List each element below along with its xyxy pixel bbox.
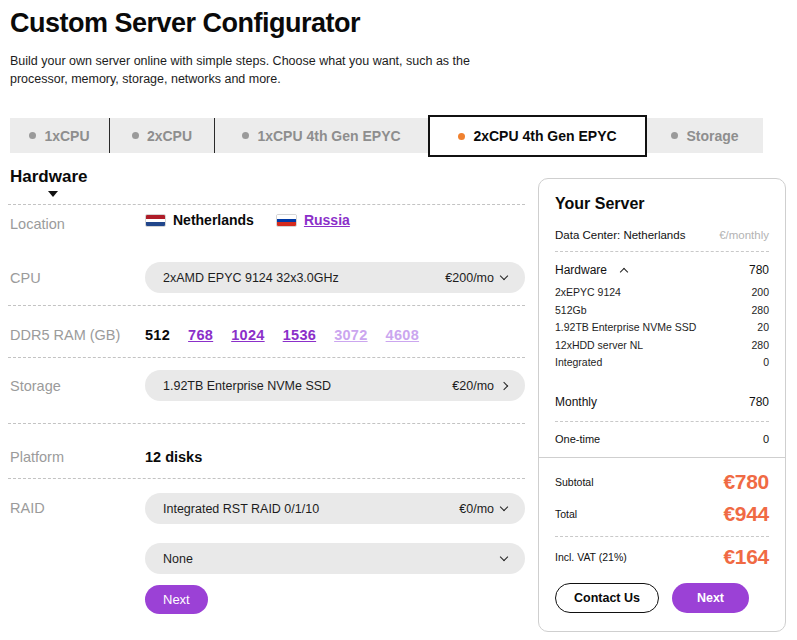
ram-option-4608[interactable]: 4608 [386,327,419,343]
hardware-config-panel: Hardware Location Netherlands Russia CPU… [8,165,525,630]
data-center-row: Data Center: Netherlands €/monthly [555,229,769,241]
divider [555,251,769,252]
item-label: 1.92TB Enterprise NVMe SSD [555,321,696,333]
divider [555,536,769,537]
summary-item-row: 12xHDD server NL 280 [555,339,769,351]
netherlands-flag-icon [145,214,166,227]
summary-item-row: 2xEPYC 9124 200 [555,286,769,298]
tab-bullet-icon [29,132,36,139]
item-value: 200 [751,286,769,298]
summary-next-button[interactable]: Next [672,583,749,613]
summary-item-row: 512Gb 280 [555,304,769,316]
tab-2xcpu-4th-gen-epyc-active[interactable]: 2xCPU 4th Gen EPYC [428,115,647,157]
tab-bullet-icon [132,132,139,139]
raid-dropdown[interactable]: Integrated RST RAID 0/1/10 €0/mo [145,493,525,524]
location-option-netherlands[interactable]: Netherlands [145,212,254,228]
item-value: 20 [757,321,769,333]
contact-us-button[interactable]: Contact Us [555,583,659,613]
one-time-value: 0 [763,433,769,445]
currency-label: €/monthly [719,229,769,241]
cpu-label: CPU [10,270,41,286]
summary-title: Your Server [555,195,769,213]
tab-label: 2xCPU [147,128,192,144]
one-time-row: One-time 0 [555,433,769,445]
chevron-down-icon [500,553,508,561]
chevron-down-icon [500,272,508,280]
vat-value: €164 [723,545,769,569]
hardware-group-total: 780 [749,263,769,277]
chevron-right-icon [500,381,508,389]
summary-item-row: 1.92TB Enterprise NVMe SSD 20 [555,321,769,333]
your-server-summary-card: Your Server Data Center: Netherlands €/m… [538,178,786,632]
raid-secondary-value: None [163,552,193,566]
tab-label: 1xCPU 4th Gen EPYC [257,128,400,144]
cpu-dropdown[interactable]: 2xAMD EPYC 9124 32x3.0GHz €200/mo [145,262,525,293]
total-value: €944 [723,502,769,526]
divider [8,204,525,205]
ram-option-1536[interactable]: 1536 [283,327,316,343]
tab-2xcpu[interactable]: 2xCPU [110,118,215,153]
tab-1xcpu-4th-gen-epyc[interactable]: 1xCPU 4th Gen EPYC [215,118,428,153]
tab-storage[interactable]: Storage [647,118,763,153]
item-label: 512Gb [555,304,587,316]
cpu-value: 2xAMD EPYC 9124 32x3.0GHz [163,271,339,285]
ram-option-512-selected[interactable]: 512 [145,327,170,343]
divider [8,423,525,424]
hardware-group-label: Hardware [555,263,607,277]
tab-bullet-icon [458,133,465,140]
chevron-down-icon [500,503,508,511]
collapse-triangle-icon[interactable] [48,191,58,197]
total-row: Total €944 [555,502,769,526]
storage-price: €20/mo [452,379,507,393]
location-options: Netherlands Russia [145,212,350,228]
ram-option-768[interactable]: 768 [188,327,213,343]
item-value: 280 [751,304,769,316]
tab-bullet-icon [671,132,678,139]
item-label: 2xEPYC 9124 [555,286,621,298]
data-center-value: Data Center: Netherlands [555,229,685,241]
divider [555,421,769,422]
tab-1xcpu[interactable]: 1xCPU [10,118,110,153]
location-option-russia[interactable]: Russia [276,212,350,228]
ram-options: 512 768 1024 1536 3072 4608 [145,327,419,343]
configurator-tabs: 1xCPU 2xCPU 1xCPU 4th Gen EPYC 2xCPU 4th… [10,118,763,153]
raid-price: €0/mo [459,502,507,516]
summary-buttons: Contact Us Next [555,583,769,613]
tab-label: Storage [686,128,738,144]
summary-item-row: Integrated 0 [555,356,769,368]
hardware-next-button[interactable]: Next [145,585,208,614]
subtotal-row: Subtotal €780 [555,470,769,494]
ram-label: DDR5 RAM (GB) [10,327,120,343]
monthly-label: Monthly [555,395,597,409]
monthly-value: 780 [749,395,769,409]
raid-secondary-dropdown[interactable]: None [145,543,525,574]
hardware-section-title[interactable]: Hardware [10,167,87,187]
cpu-price: €200/mo [445,271,507,285]
storage-label: Storage [10,378,61,394]
ram-option-1024[interactable]: 1024 [231,327,264,343]
russia-flag-icon [276,214,297,227]
one-time-label: One-time [555,433,600,445]
divider [8,305,525,306]
storage-dropdown[interactable]: 1.92TB Enterprise NVMe SSD €20/mo [145,370,525,401]
hardware-group-row[interactable]: Hardware 780 [555,263,769,277]
total-label: Total [555,508,577,520]
page-description: Build your own server online with simple… [10,52,510,88]
divider [8,357,525,358]
subtotal-value: €780 [723,470,769,494]
totals-section: Subtotal €780 Total €944 Incl. VAT (21%)… [539,457,785,613]
item-label: 12xHDD server NL [555,339,643,351]
location-option-link[interactable]: Russia [304,212,350,228]
page-title: Custom Server Configurator [10,8,360,39]
tab-label: 2xCPU 4th Gen EPYC [473,128,616,144]
tab-label: 1xCPU [44,128,89,144]
subtotal-label: Subtotal [555,476,594,488]
chevron-up-icon[interactable] [620,268,628,276]
raid-label: RAID [10,500,45,516]
divider [8,478,525,479]
ram-option-3072[interactable]: 3072 [334,327,367,343]
monthly-row: Monthly 780 [555,395,769,409]
raid-value: Integrated RST RAID 0/1/10 [163,502,319,516]
item-label: Integrated [555,356,602,368]
vat-row: Incl. VAT (21%) €164 [555,545,769,569]
